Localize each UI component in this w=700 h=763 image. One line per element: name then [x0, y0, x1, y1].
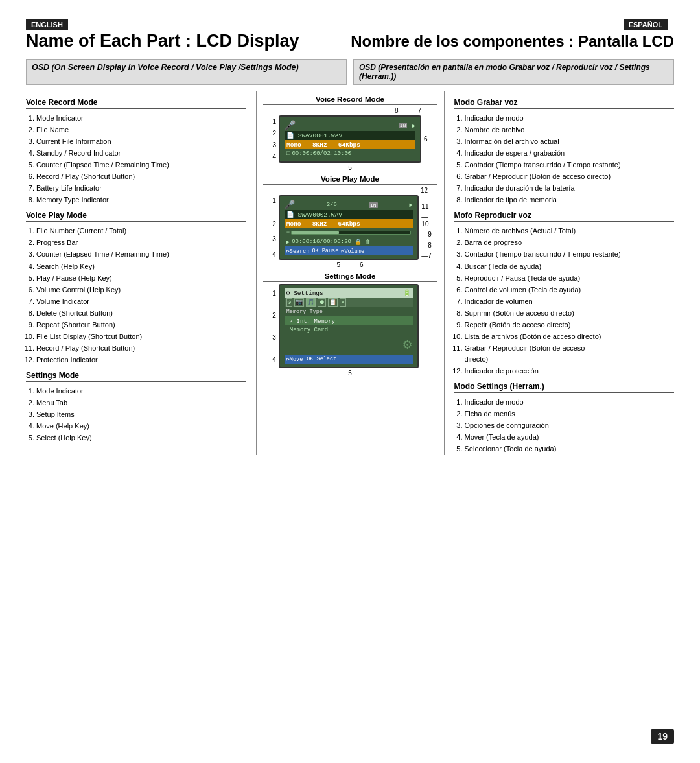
settings-mode-heading: Settings Mode — [26, 371, 246, 382]
del-icon: 🗑 — [365, 239, 371, 246]
list-item: Indicador de protección — [465, 366, 675, 377]
list-item: Search (Help Key) — [36, 261, 246, 272]
gear-area: ⚙ — [285, 335, 414, 355]
play-row-3: Mono 8KHz 64Kbps — [285, 219, 414, 228]
memory-type-label: Memory Type — [286, 309, 323, 315]
list-item: Progress Bar — [36, 237, 246, 248]
list-item: File Name — [36, 124, 246, 135]
left-annots-2: 1 2 3 4 — [266, 195, 276, 260]
audio-info-2: Mono 8KHz 64Kbps — [286, 220, 360, 228]
page: ENGLISH ESPAÑOL Name of Each Part : LCD … — [0, 0, 700, 763]
filename-1: 📄 SWAV0001.WAV — [286, 132, 342, 139]
tab-icon-4: ⏺ — [318, 298, 326, 307]
list-item: Select (Help Key) — [36, 432, 246, 443]
list-item: Indicador de modo — [465, 397, 675, 408]
voice-play-list: File Number (Current / Total) Progress B… — [26, 226, 246, 366]
p-rannot-9: —9 — [421, 231, 432, 238]
subtitle-row: OSD (On Screen Display in Voice Record /… — [26, 59, 674, 85]
progress-icon: ≡ — [286, 229, 290, 236]
gear-icon: ⚙ — [403, 336, 412, 353]
elapsed-time: 00:00:16/00:00:20 — [292, 239, 351, 245]
list-item: File List Display (Shortcut Button) — [36, 331, 246, 342]
list-item: Número de archivos (Actual / Total) — [465, 226, 675, 237]
modo-grabar-heading: Modo Grabar voz — [454, 98, 675, 109]
lcd-row-2: 📄 SWAV0001.WAV — [285, 131, 415, 140]
annot-4: 4 — [272, 153, 276, 160]
screen2-wrapper: 12 1 2 3 4 🎤 2/6 — [266, 187, 434, 268]
play-icon-2: ▶ — [410, 201, 414, 209]
list-item: Información del archivo actual — [465, 136, 675, 147]
right-spacer-3 — [421, 284, 434, 368]
list-item: Ficha de menús — [465, 408, 675, 419]
mofo-reproducir-list: Número de archivos (Actual / Total) Barr… — [454, 226, 675, 377]
subtitle-left: OSD (On Screen Display in Voice Record /… — [26, 59, 347, 85]
right-annots-1: 6 — [424, 115, 434, 163]
list-item: Lista de archivos (Botón de acceso direc… — [465, 331, 675, 342]
settings-row-1: ⚙ Settings 🔋 — [285, 288, 414, 298]
list-item: Current File Information — [36, 136, 246, 147]
list-item: Counter (Elapsed Time / Remaining Time) — [36, 159, 246, 170]
list-item: Battery Life Indicator — [36, 183, 246, 194]
settings-lcd: ⚙ Settings 🔋 ⚙ 📷 🎵 ⏺ 📋 ✕ — [279, 284, 419, 368]
screens-column: Voice Record Mode 8 7 1 2 3 4 — [257, 91, 445, 455]
screen3-title: Settings Mode — [263, 272, 438, 282]
screen1-title: Voice Record Mode — [263, 95, 438, 105]
english-badge: ENGLISH — [26, 19, 68, 30]
s-annot-1: 1 — [272, 290, 276, 297]
right-annots-2: —11 —10 —9 —8 —7 — [421, 195, 434, 260]
play-icon: ▶ — [412, 122, 415, 130]
list-item: Buscar (Tecla de ayuda) — [465, 261, 675, 272]
annot-7: 7 — [417, 107, 421, 114]
lcd-row-1: 🎤 IN ▶ — [285, 120, 415, 131]
bottom-annots-2: 5 6 — [266, 261, 434, 268]
modo-settings-list: Indicador de modo Ficha de menús Opcione… — [454, 397, 675, 454]
play-row-2: 📄 SWAV0002.WAV — [285, 210, 414, 219]
p-rannot-11: —11 — [421, 196, 434, 210]
lock-icon: 🔒 — [355, 239, 362, 246]
settings-row-int-mem: ✓ Int. Memory — [285, 316, 414, 325]
screen2-title: Voice Play Mode — [263, 175, 438, 185]
play-arrow: ▶ — [286, 239, 290, 246]
play-row-5: ⊳Search OK Pause ⊳Volume — [285, 246, 414, 255]
audio-info: Mono 8KHz 64Kbps — [286, 141, 360, 148]
list-item: Repeat (Shortcut Button) — [36, 320, 246, 331]
modo-settings-heading: Modo Settings (Herram.) — [454, 382, 675, 393]
left-annots-1: 1 2 3 4 — [266, 115, 276, 163]
list-item: Opciones de configuración — [465, 420, 675, 431]
left-annots-3: 1 2 3 4 — [266, 284, 276, 368]
screen3-wrapper: 1 2 3 4 ⚙ Settings 🔋 ⚙ — [266, 284, 434, 377]
mofo-reproducir-heading: Mofo Reproducir voz — [454, 211, 675, 222]
s-annot-4: 4 — [272, 356, 276, 363]
list-item: Contador (Tiempo transcurrido / Tiempo r… — [465, 249, 675, 260]
nav-select: OK Select — [307, 356, 336, 362]
list-item: Play / Pause (Help Key) — [36, 273, 246, 284]
annot-8: 8 — [395, 107, 399, 114]
list-item: Memory Type Indicator — [36, 194, 246, 205]
espanol-badge: ESPAÑOL — [624, 19, 668, 30]
list-item: Delete (Shortcut Button) — [36, 308, 246, 319]
annot-3: 3 — [272, 141, 276, 148]
settings-list: Mode Indicator Menu Tab Setup Items Move… — [26, 386, 246, 443]
list-item: Nombre de archivo — [465, 124, 675, 135]
checkmark: ✓ Int. Memory — [290, 318, 335, 325]
voice-record-list: Mode Indicator File Name Current File In… — [26, 113, 246, 205]
in-badge-play: IN — [369, 202, 378, 208]
settings-row-nav: ⊳Move OK Select — [285, 355, 414, 364]
content-area: Voice Record Mode Mode Indicator File Na… — [26, 91, 674, 455]
btn-volume: ⊳Volume — [341, 248, 364, 255]
list-item: Suprimir (Botón de acceso directo) — [465, 308, 675, 319]
list-item: Mode Indicator — [36, 113, 246, 124]
p-bannot-5: 5 — [336, 261, 340, 268]
list-item: Seleccionar (Tecla de ayuda) — [465, 443, 675, 454]
s-bottom-annot: 5 — [266, 370, 434, 377]
btn-pause: OK Pause — [312, 248, 338, 254]
tab-icon-2: 📷 — [294, 298, 304, 307]
title-right: Nombre de los componentes : Pantalla LCD — [350, 32, 674, 51]
p-annot-4: 3 — [272, 235, 276, 242]
page-number: 19 — [651, 729, 674, 744]
list-item: Repetir (Botón de acceso directo) — [465, 320, 675, 331]
annot-12: 12 — [421, 187, 428, 194]
list-item: Mover (Tecla de ayuda) — [465, 432, 675, 443]
p-annot-5: 4 — [272, 251, 276, 258]
s-annot-3: 3 — [272, 334, 276, 341]
